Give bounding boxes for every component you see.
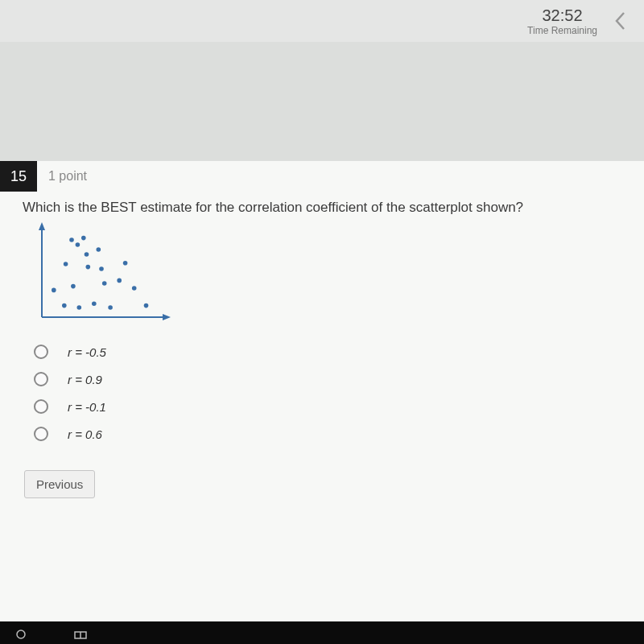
scatter-point	[86, 265, 91, 270]
nav-icons	[16, 630, 87, 642]
question-text: Which is the BEST estimate for the corre…	[0, 192, 644, 222]
scatter-point	[85, 252, 89, 257]
scatter-point	[144, 303, 149, 308]
timer-block: 32:52 Time Remaining	[527, 6, 597, 36]
timer-value: 32:52	[527, 6, 597, 25]
radio-button[interactable]	[34, 427, 48, 441]
scatter-point	[92, 301, 97, 306]
scatter-point	[71, 284, 76, 289]
content-gap	[0, 42, 644, 161]
scatter-point	[117, 279, 122, 283]
scatter-point	[76, 242, 80, 247]
question-number: 15	[0, 161, 37, 192]
svg-marker-3	[163, 314, 171, 320]
svg-point-4	[17, 630, 25, 638]
answer-options: r = -0.5r = 0.9r = -0.1r = 0.6	[0, 330, 644, 448]
option-label: r = -0.1	[68, 400, 106, 414]
scatter-point	[108, 305, 113, 310]
scatter-point	[77, 305, 82, 310]
question-points: 1 point	[48, 169, 87, 184]
radio-button[interactable]	[34, 345, 48, 359]
option-label: r = -0.5	[68, 345, 106, 359]
scatter-point	[102, 281, 107, 286]
scatter-point	[97, 247, 101, 252]
scatter-point	[99, 266, 104, 271]
scatter-point	[52, 288, 56, 293]
radio-button[interactable]	[34, 372, 48, 386]
chevron-left-icon	[613, 10, 629, 32]
device-bottom-bar	[0, 621, 644, 644]
scatter-point	[132, 286, 137, 291]
previous-button[interactable]: Previous	[24, 470, 95, 498]
circle-icon	[16, 630, 26, 642]
radio-button[interactable]	[34, 399, 48, 414]
option-label: r = 0.6	[68, 427, 102, 441]
question-card: 15 1 point Which is the BEST estimate fo…	[0, 161, 644, 621]
scatter-point	[64, 262, 68, 266]
answer-option[interactable]: r = -0.1	[34, 393, 644, 420]
question-header: 15 1 point	[0, 161, 644, 192]
scatter-point	[69, 237, 74, 242]
timer-label: Time Remaining	[527, 25, 597, 36]
header-bar: 32:52 Time Remaining	[0, 0, 644, 42]
scatter-point	[81, 236, 86, 241]
scatterplot	[0, 222, 644, 330]
answer-option[interactable]: r = 0.9	[34, 365, 644, 393]
back-button[interactable]	[605, 6, 636, 36]
scatter-point	[123, 261, 128, 266]
recents-icon	[74, 630, 87, 642]
answer-option[interactable]: r = 0.6	[34, 420, 644, 448]
answer-option[interactable]: r = -0.5	[34, 338, 644, 365]
option-label: r = 0.9	[68, 373, 102, 386]
scatter-point	[62, 303, 67, 308]
svg-marker-1	[39, 222, 45, 230]
